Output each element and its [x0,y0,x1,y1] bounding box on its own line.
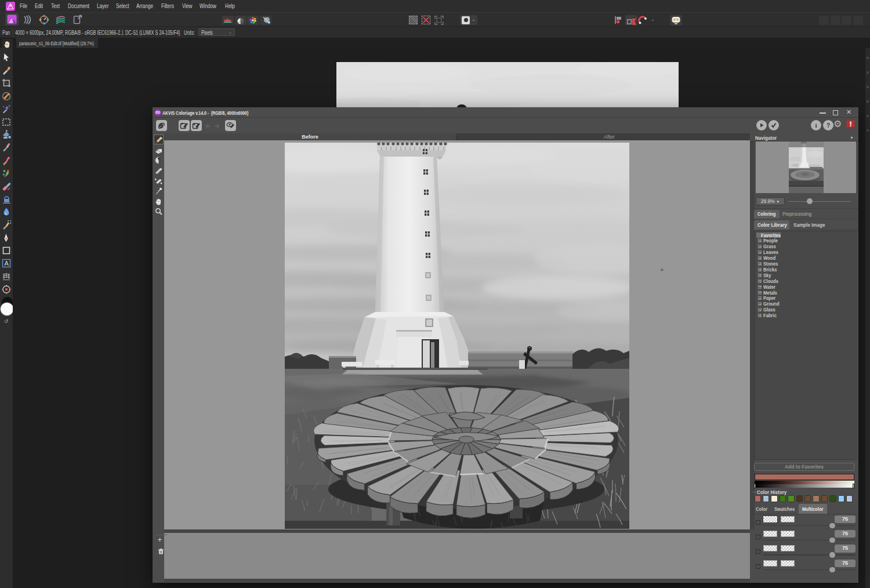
svg-text:A: A [5,260,9,267]
